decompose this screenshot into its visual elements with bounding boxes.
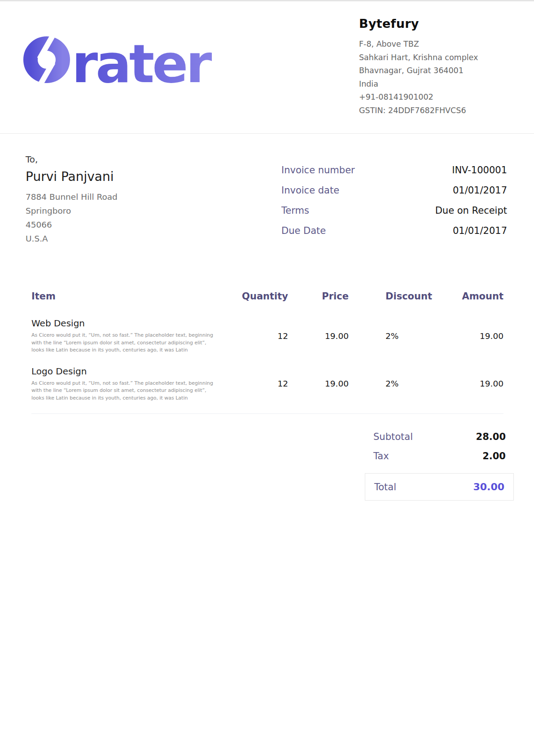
table-row: Logo Design As Cicero would put it, “Um,… (31, 366, 503, 402)
table-bottom-divider (31, 413, 503, 414)
invoice-meta: Invoice number INV-100001 Invoice date 0… (281, 165, 507, 246)
column-header-quantity: Quantity (225, 291, 288, 302)
invoice-number-row: Invoice number INV-100001 (281, 165, 507, 176)
company-address-line: Sahkari Hart, Krishna complex (359, 51, 521, 65)
items-table-header: Item Quantity Price Discount Amount (31, 291, 503, 302)
items-table: Item Quantity Price Discount Amount Web … (31, 291, 503, 414)
item-cell: Web Design As Cicero would put it, “Um, … (31, 318, 225, 354)
item-price: 19.00 (288, 379, 349, 388)
company-address-line: F-8, Above TBZ (359, 38, 521, 51)
item-name: Logo Design (31, 366, 225, 377)
company-block: Bytefury F-8, Above TBZ Sahkari Hart, Kr… (359, 17, 521, 117)
item-discount: 2% (349, 379, 432, 388)
column-header-amount: Amount (432, 291, 503, 302)
customer-address-line: 45066 (26, 218, 118, 232)
invoice-header: rater Bytefury F-8, Above TBZ Sahkari Ha… (0, 1, 534, 134)
customer-name: Purvi Panjvani (26, 169, 118, 184)
item-amount: 19.00 (432, 379, 503, 388)
tax-value: 2.00 (482, 451, 506, 462)
item-amount: 19.00 (432, 331, 503, 341)
subtotal-label: Subtotal (373, 431, 413, 442)
due-date-label: Due Date (281, 225, 326, 236)
due-date-row: Due Date 01/01/2017 (281, 225, 507, 236)
bill-to-label: To, (26, 154, 118, 165)
item-quantity: 12 (225, 331, 288, 341)
terms-label: Terms (281, 205, 309, 216)
tax-label: Tax (373, 451, 389, 462)
terms-row: Terms Due on Receipt (281, 205, 507, 216)
item-cell: Logo Design As Cicero would put it, “Um,… (31, 366, 225, 402)
tax-row: Tax 2.00 (373, 451, 506, 462)
item-description: As Cicero would put it, “Um, not so fast… (31, 380, 220, 402)
column-header-item: Item (31, 291, 225, 302)
crater-logo-wordmark: rater (72, 33, 212, 89)
bill-to-block: To, Purvi Panjvani 7884 Bunnel Hill Road… (26, 154, 118, 246)
invoice-number-value: INV-100001 (452, 165, 507, 176)
item-discount: 2% (349, 331, 432, 341)
customer-address-line: U.S.A (26, 232, 118, 246)
totals-section: Subtotal 28.00 Tax 2.00 Total 30.00 (31, 431, 506, 501)
total-box: Total 30.00 (365, 473, 514, 501)
company-address-line: Bhavnagar, Gujrat 364001 (359, 64, 521, 78)
due-date-value: 01/01/2017 (453, 225, 507, 236)
column-header-discount: Discount (349, 291, 432, 302)
invoice-page: rater Bytefury F-8, Above TBZ Sahkari Ha… (0, 0, 534, 756)
column-header-price: Price (288, 291, 349, 302)
crater-logo: rater (22, 31, 223, 89)
invoice-date-row: Invoice date 01/01/2017 (281, 185, 507, 196)
company-phone: +91-08141901002 (359, 91, 521, 104)
table-row: Web Design As Cicero would put it, “Um, … (31, 318, 503, 354)
invoice-date-value: 01/01/2017 (453, 185, 507, 196)
company-name: Bytefury (359, 17, 521, 31)
item-quantity: 12 (225, 379, 288, 388)
total-value: 30.00 (473, 481, 504, 492)
company-gstin: GSTIN: 24DDF7682FHVCS6 (359, 104, 521, 118)
item-price: 19.00 (288, 331, 349, 341)
item-description: As Cicero would put it, “Um, not so fast… (31, 332, 220, 354)
crater-logo-c-icon (31, 34, 63, 88)
invoice-date-label: Invoice date (281, 185, 339, 196)
company-address-line: India (359, 78, 521, 91)
subtotal-row: Subtotal 28.00 (373, 431, 506, 442)
subtotal-value: 28.00 (476, 431, 506, 442)
total-label: Total (374, 482, 396, 492)
customer-address-line: 7884 Bunnel Hill Road (26, 190, 118, 204)
terms-value: Due on Receipt (435, 205, 507, 216)
item-name: Web Design (31, 318, 225, 329)
invoice-number-label: Invoice number (281, 165, 355, 176)
customer-address-line: Springboro (26, 204, 118, 218)
